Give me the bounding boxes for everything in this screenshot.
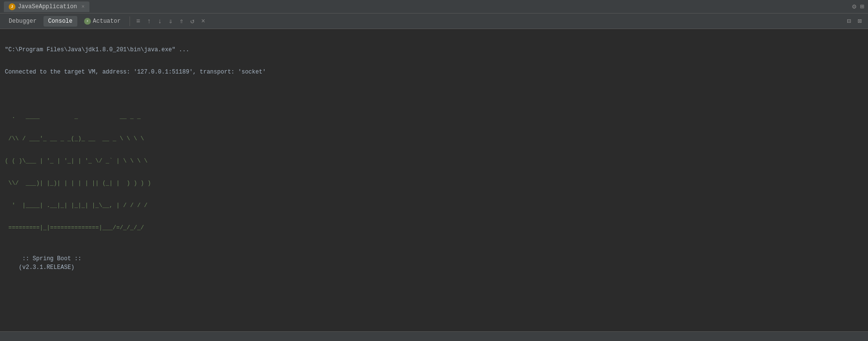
tab-console[interactable]: Console — [43, 16, 77, 27]
spring-ascii-1: . ____ _ __ _ _ — [5, 112, 863, 121]
toolbar-separator — [130, 16, 130, 26]
spring-ascii-4: \\/ ___)| |_)| | | | | || (_| | ) ) ) ) — [5, 179, 863, 188]
blank-line-1 — [5, 90, 863, 99]
title-bar: J JavaSeApplication × ⚙ ⊞ — [0, 0, 868, 14]
toolbar: Debugger Console ⚡ Actuator ≡ ↑ ↓ ⇓ ⇑ ↺ … — [0, 14, 868, 29]
cmd-line: "C:\Program Files\Java\jdk1.8.0_201\bin\… — [5, 45, 863, 54]
menu-btn[interactable]: ≡ — [134, 16, 143, 27]
scrollbar-area[interactable] — [0, 331, 868, 341]
wrap-btn[interactable]: ⊟ — [844, 15, 853, 27]
app-icon: J — [9, 3, 15, 10]
scroll-up-btn[interactable]: ↑ — [145, 16, 153, 27]
scroll-top-btn[interactable]: ⇑ — [177, 15, 186, 27]
spring-ascii-6: =========|_|==============|___/=/_/_/_/ — [5, 223, 863, 232]
restart-btn[interactable]: ↺ — [188, 15, 197, 27]
close-tab-button[interactable]: × — [81, 4, 85, 10]
app-title: JavaSeApplication — [18, 3, 77, 10]
log-entry-1: 2024-04-08 18:18:35.496 INFO 61080 --- [… — [5, 330, 863, 331]
tab-actuator[interactable]: ⚡ Actuator — [79, 16, 126, 27]
scroll-end-btn[interactable]: ⇓ — [166, 15, 175, 27]
title-tab[interactable]: J JavaSeApplication × — [4, 1, 89, 12]
toolbar-right: ⊟ ⊠ — [844, 15, 864, 27]
console-output: "C:\Program Files\Java\jdk1.8.0_201\bin\… — [0, 29, 868, 331]
connected-line: Connected to the target VM, address: '12… — [5, 68, 863, 76]
expand-icon[interactable]: ⊞ — [860, 2, 864, 11]
title-bar-right: ⚙ ⊞ — [852, 2, 864, 11]
settings-icon[interactable]: ⚙ — [852, 2, 856, 11]
tab-debugger[interactable]: Debugger — [4, 16, 42, 27]
scroll-down-btn[interactable]: ↓ — [155, 16, 164, 27]
spring-boot-line: :: Spring Boot :: (v2.3.1.RELEASE) — [5, 246, 863, 281]
blank-line-2 — [5, 294, 863, 303]
stop-btn[interactable]: × — [199, 16, 207, 27]
spring-ascii-2: /\\ / ___'_ __ _ _(_)_ __ __ _ \ \ \ \ — [5, 134, 863, 143]
spring-ascii-5: ' |____| .__|_| |_|_| |_\__, | / / / / — [5, 201, 863, 210]
pin-btn[interactable]: ⊠ — [855, 15, 864, 27]
spring-ascii-3: ( ( )\___ | '_ | '_| | '_ \/ _` | \ \ \ … — [5, 157, 863, 165]
actuator-icon: ⚡ — [84, 18, 91, 25]
